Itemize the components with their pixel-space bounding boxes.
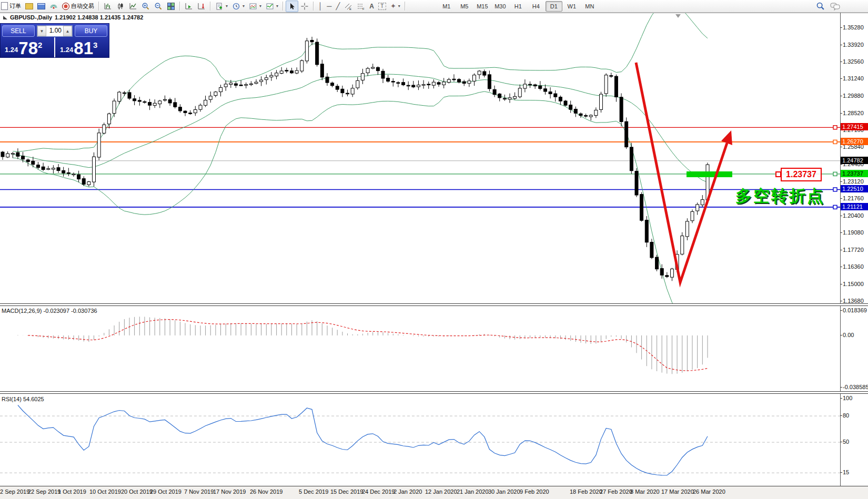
date-label: 30 Jan 2020	[488, 488, 520, 495]
signals-button[interactable]	[47, 1, 60, 12]
price-line-handle[interactable]	[833, 126, 837, 129]
periods-button[interactable]: ▾	[230, 1, 247, 12]
candle-body	[645, 220, 648, 242]
timeframe-H4[interactable]: H4	[528, 1, 544, 12]
axis-tick-mark	[840, 415, 842, 416]
price-line-handle[interactable]	[833, 172, 837, 176]
zoom-in-icon	[142, 2, 150, 11]
candle-body	[620, 97, 623, 122]
text-button[interactable]: A	[367, 1, 376, 12]
price-badge-1.21121: 1.21121	[841, 203, 868, 210]
auto-trading-button[interactable]: 自动交易	[60, 1, 96, 12]
indicators-button[interactable]: ▾	[264, 1, 280, 12]
terminal-button[interactable]	[35, 1, 47, 12]
crosshair-button[interactable]	[298, 1, 311, 12]
candle-body	[458, 79, 461, 82]
toolbar-separator	[210, 2, 211, 11]
date-label: 12 Jan 2020	[425, 488, 457, 495]
main-price-chart	[0, 13, 868, 304]
candle-body	[665, 276, 669, 277]
macd-tick-label: 0.00	[843, 332, 854, 338]
turning-point-annotation[interactable]: 多空转折点	[735, 185, 825, 207]
axis-tick-label: 1.29880	[843, 93, 864, 99]
candle-body	[681, 236, 684, 254]
volume-value[interactable]: 1.00	[46, 26, 63, 36]
price-line-handle[interactable]	[833, 188, 837, 191]
timeframe-H1[interactable]: H1	[510, 1, 527, 12]
timeframe-M5[interactable]: M5	[456, 1, 473, 12]
timeframe-group: M1M5M15M30H1H4D1W1MN	[438, 1, 598, 12]
tile-windows-button[interactable]	[165, 1, 177, 12]
templates-button[interactable]: ▾	[247, 1, 264, 12]
macd-tick-label: 0.018369	[843, 307, 867, 313]
volume-decrease-button[interactable]: ▼	[37, 26, 46, 36]
text-label-button[interactable]: T	[376, 1, 388, 12]
sell-button[interactable]: SELL	[2, 25, 35, 37]
axis-tick-mark	[840, 250, 842, 250]
arrows-button[interactable]: ✦ ▾	[388, 1, 402, 12]
candle-body	[600, 94, 603, 109]
cursor-button[interactable]	[286, 1, 298, 12]
axis-tick-mark	[840, 335, 842, 335]
search-icon[interactable]	[816, 2, 825, 11]
candle-body	[77, 175, 80, 179]
candle-body	[397, 83, 400, 84]
new-order-button[interactable]: 订单	[0, 1, 23, 12]
candlestick-chart-button[interactable]	[114, 1, 127, 12]
candle-body	[483, 72, 486, 75]
candle-body	[326, 77, 329, 83]
timeframe-W1[interactable]: W1	[563, 1, 580, 12]
buy-button[interactable]: BUY	[75, 25, 107, 37]
candle-body	[523, 84, 527, 88]
toolbar-separator	[405, 2, 406, 11]
volume-increase-button[interactable]: ▲	[63, 26, 72, 36]
candle-body	[574, 109, 577, 114]
buy-price[interactable]: 1.24 81 3	[54, 37, 109, 57]
chart-shift-marker-icon[interactable]	[675, 14, 681, 18]
price-line-handle[interactable]	[833, 140, 837, 144]
axis-tick-mark	[840, 232, 842, 233]
chat-icon[interactable]	[830, 2, 841, 11]
panel-separator[interactable]	[0, 391, 868, 394]
trendline-button[interactable]: ╱	[334, 1, 342, 12]
fibonacci-button[interactable]: F	[355, 1, 367, 12]
timeframe-D1[interactable]: D1	[546, 1, 562, 12]
candle-body	[696, 205, 699, 211]
zoom-in-button[interactable]	[139, 1, 152, 12]
support-band-annotation[interactable]	[687, 171, 732, 177]
data-window-button[interactable]	[23, 1, 35, 12]
candle-body	[554, 94, 557, 97]
chart-shift-button[interactable]	[195, 1, 208, 12]
date-label: 20 Oct 2019	[121, 488, 153, 495]
candle-body	[143, 101, 146, 103]
candle-body	[174, 103, 177, 107]
horizontal-line-button[interactable]: ─	[325, 1, 334, 12]
candle-body	[1, 152, 4, 157]
timeframe-M1[interactable]: M1	[438, 1, 455, 12]
vertical-line-button[interactable]: │	[316, 1, 325, 12]
timeframe-MN[interactable]: MN	[581, 1, 598, 12]
price-annotation-anchor[interactable]	[775, 171, 781, 177]
candle-body	[280, 71, 283, 74]
candle-body	[503, 98, 506, 99]
price-badge-1.23737: 1.23737	[841, 170, 868, 177]
line-chart-button[interactable]	[127, 1, 139, 12]
candle-body	[249, 84, 253, 85]
date-label: 26 Mar 2020	[693, 488, 725, 495]
date-label: 9 Feb 2020	[520, 488, 549, 495]
horizontal-line-icon: ─	[327, 3, 331, 9]
timeframe-M30[interactable]: M30	[492, 1, 509, 12]
zoom-out-button[interactable]	[152, 1, 165, 12]
new-chart-button[interactable]: ▾	[213, 1, 230, 12]
sell-price[interactable]: 1.24 78 2	[1, 37, 54, 57]
panel-separator[interactable]	[0, 303, 868, 306]
chart-shift-icon	[197, 2, 206, 11]
arrow-head-annotation[interactable]	[721, 130, 732, 145]
price-annotation-box[interactable]: 1.23737	[781, 168, 822, 181]
equidistant-channel-button[interactable]: E	[342, 1, 355, 12]
bar-chart-button[interactable]	[102, 1, 114, 12]
auto-scroll-button[interactable]	[183, 1, 195, 12]
timeframe-M15[interactable]: M15	[474, 1, 491, 12]
price-line-handle[interactable]	[833, 205, 837, 209]
new-chart-icon	[215, 2, 224, 11]
